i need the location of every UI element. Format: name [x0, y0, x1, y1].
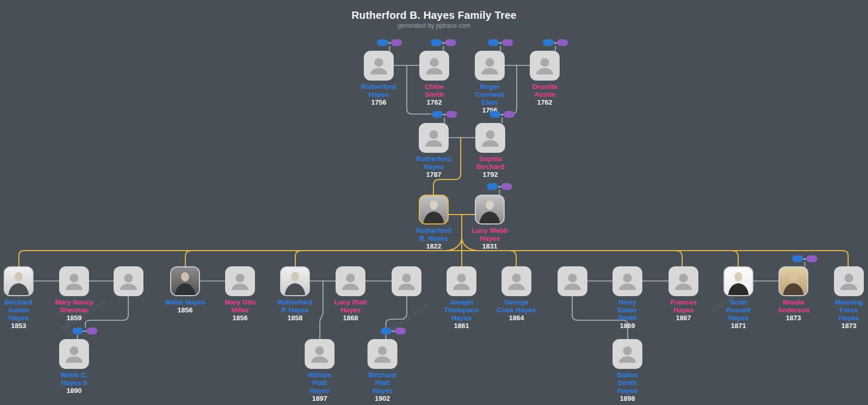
birth-year: 1762 — [405, 98, 464, 106]
father-pill-button[interactable] — [489, 111, 500, 118]
mother-pill-button[interactable] — [501, 183, 512, 190]
person-card-rutherford-b-hayes[interactable] — [419, 195, 449, 224]
mother-pill-button[interactable] — [557, 39, 568, 46]
birth-year: 1871 — [709, 322, 769, 330]
portrait-photo — [780, 267, 807, 295]
person-name: Rutherford Hayes — [404, 155, 464, 171]
parent-pill-pair — [543, 39, 568, 46]
birth-year: 1864 — [487, 314, 547, 322]
person-name: Joseph Thompson Hayes — [432, 298, 492, 322]
mother-pill-button[interactable] — [395, 328, 406, 334]
person-card-birchard-platt-hayes[interactable] — [368, 339, 397, 369]
birth-year: 1859 — [44, 314, 104, 322]
father-pill-button[interactable] — [381, 328, 392, 334]
father-pill-button[interactable] — [487, 183, 498, 190]
person-label: Maude Anderson1873 — [764, 298, 824, 322]
person-label: Drusilla Austin1762 — [515, 83, 575, 106]
person-name: Chloe Smith — [405, 83, 464, 98]
person-name: Dalton Smith Hayes — [598, 371, 658, 395]
person-name: Mary Otis Miller — [210, 298, 270, 314]
person-placeholder-icon — [530, 51, 560, 81]
person-card-frances-hayes[interactable] — [669, 266, 698, 296]
father-pill-button[interactable] — [431, 39, 442, 46]
person-placeholder-icon — [834, 266, 864, 296]
person-label: Rutherford Hayes1756 — [349, 83, 409, 106]
birth-year: 1873 — [819, 322, 868, 330]
person-placeholder-icon — [225, 266, 255, 296]
person-card-mary-otis-miller[interactable] — [225, 266, 255, 296]
birth-year: 1858 — [265, 314, 325, 322]
person-label: Mary Nancy Sherman1859 — [44, 298, 104, 322]
person-card-webb-c-hayes-ii[interactable] — [59, 339, 89, 369]
father-pill-button[interactable] — [72, 328, 83, 334]
person-card-webb-hayes[interactable] — [170, 266, 200, 296]
father-pill-button[interactable] — [792, 255, 803, 262]
father-pill-button[interactable] — [377, 39, 388, 46]
father-pill-button[interactable] — [543, 39, 554, 46]
birth-year: 1856 — [210, 314, 270, 322]
person-placeholder-icon — [669, 266, 698, 296]
birth-year: 1756 — [349, 98, 409, 106]
father-pill-button[interactable] — [488, 39, 499, 46]
person-card-george-cook-hayes[interactable] — [502, 266, 531, 296]
mother-pill-button[interactable] — [446, 111, 457, 118]
father-pill-button[interactable] — [432, 111, 443, 118]
person-card-unknown-spouse-1[interactable] — [114, 266, 143, 296]
person-placeholder-icon — [475, 123, 505, 153]
person-name: Roger Cornwall Elias — [460, 83, 520, 106]
person-placeholder-icon — [392, 266, 421, 296]
person-label: Lucy Webb Hayes1831 — [460, 227, 520, 250]
mother-pill-button[interactable] — [504, 111, 515, 118]
birth-year: 1822 — [404, 242, 464, 250]
person-card-maude-anderson[interactable] — [778, 266, 808, 296]
parent-pill-pair — [377, 39, 402, 46]
parent-pill-pair — [488, 39, 513, 46]
mother-pill-button[interactable] — [86, 328, 97, 334]
birth-year: 1853 — [0, 322, 49, 330]
person-card-dalton-smith-hayes[interactable] — [613, 339, 642, 369]
person-card-unknown-spouse-2[interactable] — [392, 266, 421, 296]
person-card-lucy-platt-hayes[interactable] — [336, 266, 365, 296]
person-card-william-platt-hayes[interactable] — [305, 339, 335, 369]
person-card-scott-russell-hayes[interactable] — [724, 266, 753, 296]
person-label: Joseph Thompson Hayes1861 — [432, 298, 492, 330]
birth-year: 1868 — [321, 314, 381, 322]
person-card-lucy-webb-hayes[interactable] — [475, 195, 505, 224]
portrait-photo — [171, 267, 199, 295]
parent-pill-pair — [489, 111, 515, 118]
person-name: Lucy Platt Hayes — [321, 298, 381, 314]
person-label: Frances Hayes1867 — [654, 298, 714, 322]
person-card-rutherford-p-hayes[interactable] — [280, 266, 310, 296]
parent-pill-pair — [432, 111, 457, 118]
person-name: Maude Anderson — [764, 298, 824, 314]
person-card-unknown-spouse-3[interactable] — [558, 266, 587, 296]
person-card-birchard-austin-hayes[interactable] — [4, 266, 34, 296]
person-card-rutherford-hayes-1756[interactable] — [364, 51, 394, 81]
person-card-manning-force-hayes[interactable] — [834, 266, 864, 296]
mother-pill-button[interactable] — [445, 39, 456, 46]
person-label: Birchard Platt Hayes1902 — [353, 371, 413, 402]
person-card-rutherford-hayes-1787[interactable] — [419, 123, 449, 153]
person-card-chloe-smith[interactable] — [419, 51, 449, 81]
parent-pill-pair — [431, 39, 456, 46]
person-card-sophia-birchard[interactable] — [475, 123, 505, 153]
mother-pill-button[interactable] — [391, 39, 402, 46]
person-label: Rutherford Hayes1787 — [404, 155, 464, 178]
person-card-harry-eaton-smith[interactable] — [613, 266, 642, 296]
person-label: Roger Cornwall Elias1756 — [460, 83, 520, 114]
person-name: Manning Force Hayes — [819, 298, 868, 322]
person-label: Sophia Birchard1792 — [461, 155, 520, 178]
person-name: Scott Russell Hayes — [709, 298, 769, 322]
person-label: Mary Otis Miller1856 — [210, 298, 270, 322]
person-card-mary-nancy-sherman[interactable] — [59, 266, 89, 296]
person-name: Rutherford Hayes — [349, 83, 409, 98]
birth-year: 1867 — [654, 314, 714, 322]
person-card-roger-cornwall-elias[interactable] — [475, 51, 505, 81]
person-name: Webb C. Hayes II — [44, 371, 104, 387]
person-card-joseph-thompson-hayes[interactable] — [447, 266, 476, 296]
person-card-drusilla-austin[interactable] — [530, 51, 560, 81]
person-label: Birchard Austin Hayes1853 — [0, 298, 49, 330]
person-placeholder-icon — [475, 51, 505, 81]
mother-pill-button[interactable] — [806, 255, 817, 262]
mother-pill-button[interactable] — [502, 39, 513, 46]
